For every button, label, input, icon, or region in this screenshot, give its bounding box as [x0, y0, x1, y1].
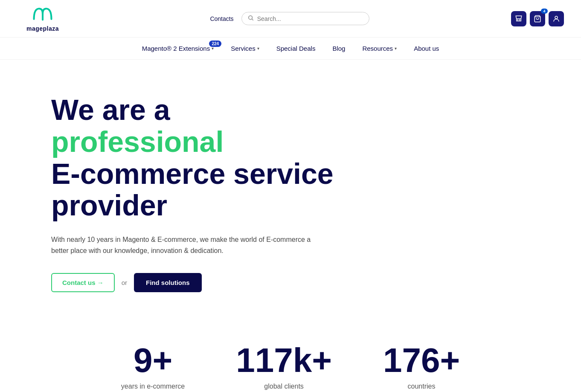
chevron-down-icon-services: ▾	[257, 46, 259, 51]
header-center: Contacts	[210, 12, 369, 25]
or-separator: or	[122, 279, 127, 286]
nav-badge-extensions: 224	[209, 41, 221, 47]
stat-countries-number: 176+	[383, 343, 460, 377]
nav-item-extensions[interactable]: Magento® 2 Extensions ▾ 224	[135, 39, 221, 58]
cart-icon-button[interactable]: 4	[530, 11, 545, 26]
nav-item-about-us[interactable]: About us	[407, 39, 446, 58]
contact-us-button[interactable]: Contact us →	[51, 273, 115, 292]
stat-years-label: years in e-commerce	[121, 383, 185, 390]
search-icon	[248, 15, 254, 22]
nav-item-blog[interactable]: Blog	[325, 39, 352, 58]
search-bar	[241, 12, 369, 25]
stat-clients-label: global clients	[236, 383, 332, 390]
logo[interactable]: mageplaza	[17, 5, 68, 32]
user-icon	[552, 15, 560, 23]
stat-clients: 117k+ global clients	[236, 343, 332, 390]
svg-point-3	[555, 16, 558, 19]
logo-icon	[30, 5, 55, 24]
find-solutions-button[interactable]: Find solutions	[134, 273, 202, 292]
svg-line-1	[252, 19, 253, 20]
search-input[interactable]	[257, 15, 363, 22]
contacts-link[interactable]: Contacts	[210, 15, 233, 22]
stat-countries: 176+ countries	[383, 343, 460, 390]
logo-text: mageplaza	[26, 25, 59, 32]
stat-years-number: 9+	[121, 343, 185, 377]
hero-section: We are a professional E-commerce service…	[0, 60, 581, 318]
hero-title: We are a professional E-commerce service…	[51, 94, 350, 221]
cart-badge: 4	[541, 9, 548, 14]
site-header: mageplaza Contacts 4	[0, 0, 581, 38]
hero-buttons: Contact us → or Find solutions	[51, 273, 530, 292]
nav-item-resources[interactable]: Resources ▾	[355, 39, 404, 58]
stat-clients-number: 117k+	[236, 343, 332, 377]
store-icon	[515, 15, 523, 23]
chevron-down-icon-resources: ▾	[395, 46, 397, 51]
stat-years: 9+ years in e-commerce	[121, 343, 185, 390]
stats-section: 9+ years in e-commerce 117k+ global clie…	[0, 318, 581, 392]
store-icon-button[interactable]	[511, 11, 526, 26]
cart-icon	[534, 15, 541, 23]
header-icons: 4	[511, 11, 564, 26]
user-icon-button[interactable]	[549, 11, 564, 26]
hero-subtitle: With nearly 10 years in Magento & E-comm…	[51, 234, 316, 256]
stat-countries-label: countries	[383, 383, 460, 390]
main-nav: Magento® 2 Extensions ▾ 224 Services ▾ S…	[0, 38, 581, 60]
nav-item-services[interactable]: Services ▾	[224, 39, 266, 58]
nav-item-special-deals[interactable]: Special Deals	[270, 39, 322, 58]
